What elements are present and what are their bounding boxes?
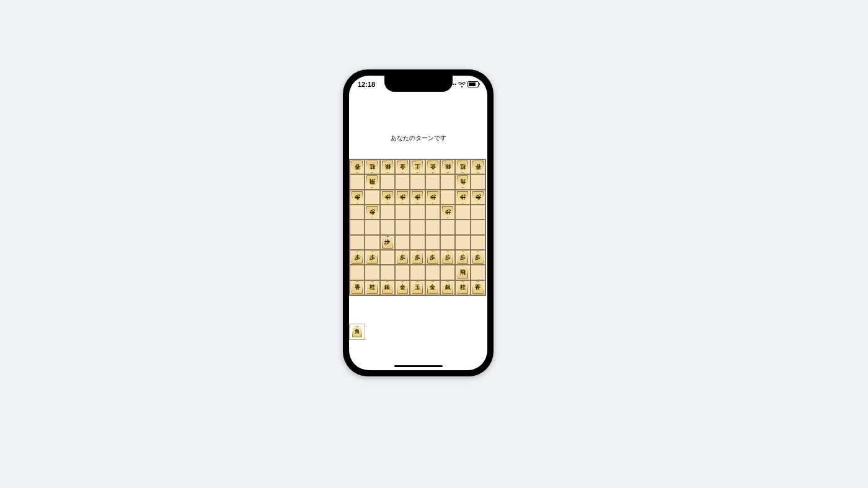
board-cell[interactable] [425,174,440,189]
board-cell[interactable] [440,235,455,250]
board-cell[interactable] [380,265,395,280]
shogi-piece[interactable]: 歩 [352,251,363,264]
board-cell[interactable] [410,265,425,280]
shogi-piece[interactable]: 銀 [382,161,393,173]
shogi-piece[interactable]: 王 [412,161,423,173]
board-cell[interactable]: 歩 [350,250,365,265]
board-cell[interactable] [425,235,440,250]
board-cell[interactable] [365,220,379,234]
board-cell[interactable] [471,174,485,189]
board-cell[interactable]: 銀 [440,280,455,295]
board-cell[interactable]: 歩 [410,190,425,205]
board-cell[interactable] [471,220,485,234]
shogi-piece[interactable]: 歩 [457,251,468,264]
shogi-piece[interactable]: 歩 [397,251,408,264]
board-cell[interactable] [395,235,410,250]
board-cell[interactable] [455,220,470,234]
board-cell[interactable] [350,220,365,234]
shogi-piece[interactable]: 香 [352,282,363,294]
board-cell[interactable]: 歩 [440,250,455,265]
board-cell[interactable]: 歩 [365,205,379,220]
board-cell[interactable]: 歩 [455,250,470,265]
shogi-piece[interactable]: 歩 [472,251,484,264]
shogi-piece[interactable]: 銀 [382,282,393,294]
board-cell[interactable] [410,174,425,189]
board-cell[interactable] [440,190,455,205]
shogi-piece[interactable]: 歩 [412,191,423,203]
board-cell[interactable] [350,174,365,189]
board-cell[interactable]: 香 [471,280,485,295]
shogi-piece[interactable]: 飛 [366,175,378,188]
shogi-piece[interactable]: 玉 [412,282,423,294]
board-cell[interactable]: 玉 [410,280,425,295]
player-hand-slot[interactable]: 角 [349,324,365,340]
board-cell[interactable]: 桂 [365,159,379,174]
shogi-piece[interactable]: 金 [427,161,438,173]
shogi-piece[interactable]: 金 [397,282,408,294]
shogi-piece[interactable]: 歩 [382,236,393,249]
board-cell[interactable]: 香 [350,280,365,295]
board-cell[interactable] [440,220,455,234]
board-cell[interactable]: 歩 [380,235,395,250]
board-cell[interactable]: 歩 [455,190,470,205]
board-cell[interactable] [395,205,410,220]
board-cell[interactable] [471,235,485,250]
shogi-piece[interactable]: 歩 [442,206,453,218]
board-cell[interactable]: 歩 [380,190,395,205]
shogi-piece[interactable]: 香 [352,161,363,173]
shogi-board[interactable]: 香桂銀金王金銀桂香飛角歩歩歩歩歩歩歩歩歩歩歩歩歩歩歩歩歩歩飛香桂銀金玉金銀桂香 [349,159,486,296]
shogi-piece[interactable]: 桂 [366,161,378,173]
board-cell[interactable]: 桂 [365,280,379,295]
shogi-piece[interactable]: 歩 [427,191,438,203]
board-cell[interactable]: 王 [410,159,425,174]
board-cell[interactable] [395,265,410,280]
board-cell[interactable] [365,265,379,280]
board-cell[interactable] [350,205,365,220]
board-cell[interactable]: 角 [455,174,470,189]
board-cell[interactable]: 香 [350,159,365,174]
board-cell[interactable]: 歩 [440,205,455,220]
board-cell[interactable] [395,220,410,234]
shogi-piece[interactable]: 桂 [457,282,468,294]
shogi-piece[interactable]: 歩 [472,191,484,203]
board-cell[interactable] [471,265,485,280]
board-cell[interactable] [380,174,395,189]
board-cell[interactable] [410,205,425,220]
board-cell[interactable] [455,205,470,220]
board-cell[interactable] [350,235,365,250]
board-cell[interactable] [425,205,440,220]
board-cell[interactable] [440,265,455,280]
board-cell[interactable]: 桂 [455,280,470,295]
shogi-piece[interactable]: 歩 [457,191,468,203]
board-cell[interactable]: 歩 [350,190,365,205]
shogi-piece[interactable]: 金 [397,161,408,173]
board-cell[interactable]: 金 [425,159,440,174]
board-cell[interactable]: 歩 [425,250,440,265]
shogi-piece[interactable]: 歩 [427,251,438,264]
shogi-piece[interactable]: 銀 [442,161,453,173]
board-cell[interactable] [395,174,410,189]
board-cell[interactable]: 歩 [395,250,410,265]
board-cell[interactable]: 飛 [365,174,379,189]
board-cell[interactable]: 飛 [455,265,470,280]
board-cell[interactable] [365,190,379,205]
board-cell[interactable] [471,205,485,220]
shogi-piece[interactable]: 飛 [457,266,468,278]
board-cell[interactable]: 歩 [471,190,485,205]
board-cell[interactable]: 金 [425,280,440,295]
board-cell[interactable] [380,205,395,220]
board-cell[interactable]: 歩 [365,250,379,265]
board-cell[interactable]: 歩 [425,190,440,205]
shogi-piece[interactable]: 角 [457,175,468,188]
board-cell[interactable]: 銀 [380,159,395,174]
shogi-piece[interactable]: 歩 [442,251,453,264]
shogi-piece[interactable]: 歩 [366,251,378,264]
board-cell[interactable]: 歩 [410,250,425,265]
shogi-piece[interactable]: 歩 [382,191,393,203]
shogi-piece[interactable]: 桂 [366,282,378,294]
board-cell[interactable] [440,174,455,189]
board-cell[interactable]: 歩 [471,250,485,265]
board-cell[interactable]: 歩 [395,190,410,205]
shogi-piece[interactable]: 歩 [366,206,378,218]
shogi-piece[interactable]: 金 [427,282,438,294]
